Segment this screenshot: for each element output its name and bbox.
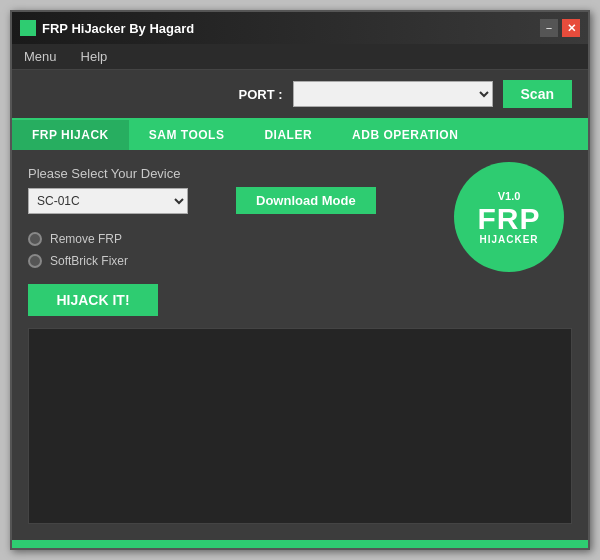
title-left: FRP HiJacker By Hagard [20, 20, 194, 36]
window-controls: − ✕ [540, 19, 580, 37]
window-title: FRP HiJacker By Hagard [42, 21, 194, 36]
scan-button[interactable]: Scan [503, 80, 572, 108]
close-button[interactable]: ✕ [562, 19, 580, 37]
frp-sub: HIJACKER [479, 234, 538, 245]
tab-dialer[interactable]: DIALER [244, 120, 332, 150]
frp-version: V1.0 [498, 190, 521, 202]
menu-bar: Menu Help [12, 44, 588, 70]
main-window: FRP HiJacker By Hagard − ✕ Menu Help POR… [10, 10, 590, 550]
minimize-button[interactable]: − [540, 19, 558, 37]
status-bar [12, 540, 588, 548]
radio-label-remove-frp: Remove FRP [50, 232, 122, 246]
menu-item-help[interactable]: Help [77, 47, 112, 66]
tab-frp-hijack[interactable]: FRP HIJACK [12, 120, 129, 150]
tabs-bar: FRP HIJACK SAM TOOLS DIALER ADB OPERATIO… [12, 120, 588, 150]
radio-circle-remove-frp [28, 232, 42, 246]
port-row: PORT : Scan [12, 70, 588, 120]
menu-item-menu[interactable]: Menu [20, 47, 61, 66]
port-label: PORT : [238, 87, 282, 102]
radio-circle-softbrick [28, 254, 42, 268]
device-select[interactable]: SC-01C [28, 188, 188, 214]
frp-logo: V1.0 FRP HIJACKER [454, 162, 564, 272]
hijack-button[interactable]: HIJACK IT! [28, 284, 158, 316]
frp-name: FRP [478, 204, 541, 234]
main-content: V1.0 FRP HIJACKER Please Select Your Dev… [12, 150, 588, 540]
app-icon [20, 20, 36, 36]
title-bar: FRP HiJacker By Hagard − ✕ [12, 12, 588, 44]
output-panel [28, 328, 572, 524]
download-mode-button[interactable]: Download Mode [236, 187, 376, 214]
tab-sam-tools[interactable]: SAM TOOLS [129, 120, 245, 150]
tab-adb-operation[interactable]: ADB OPERATION [332, 120, 478, 150]
port-select[interactable] [293, 81, 493, 107]
radio-label-softbrick: SoftBrick Fixer [50, 254, 128, 268]
